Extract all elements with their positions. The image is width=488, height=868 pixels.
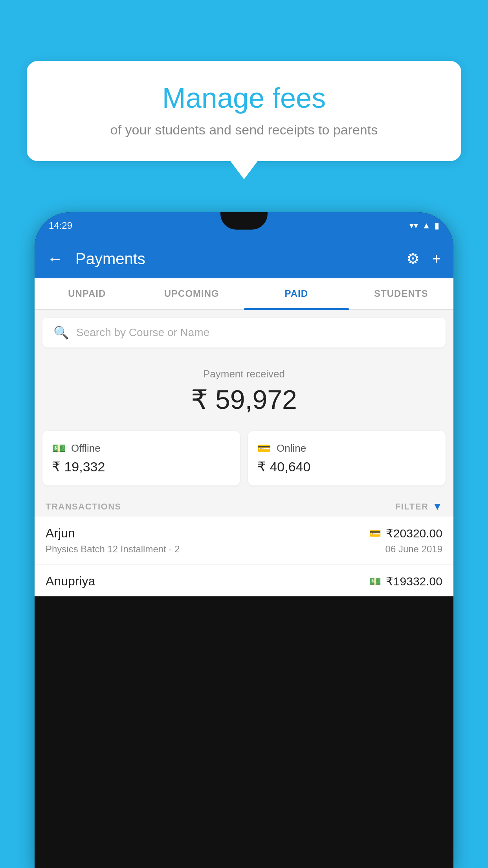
search-placeholder: Search by Course or Name: [76, 326, 209, 339]
cash-payment-icon: 💵: [369, 576, 381, 587]
transaction-date: 06 June 2019: [385, 544, 442, 555]
status-bar: 14:29 ▾▾ ▲ ▮: [35, 212, 453, 239]
tabs-bar: UNPAID UPCOMING PAID STUDENTS: [35, 278, 453, 310]
filter-section[interactable]: FILTER ▼: [395, 500, 442, 513]
transaction-right: 💳 ₹20320.00: [369, 526, 442, 540]
header-icons: ⚙ +: [406, 250, 441, 267]
transaction-name: Arjun: [46, 526, 75, 541]
search-icon: 🔍: [53, 325, 69, 340]
filter-label: FILTER: [395, 502, 428, 512]
transaction-right: 💵 ₹19332.00: [369, 574, 442, 588]
online-amount: ₹ 40,640: [257, 459, 436, 474]
tooltip-subtitle: of your students and send receipts to pa…: [50, 122, 438, 138]
tab-upcoming[interactable]: UPCOMING: [139, 278, 244, 309]
back-button[interactable]: ←: [47, 250, 63, 268]
signal-icon: ▲: [422, 221, 431, 231]
card-payment-icon: 💳: [369, 528, 381, 539]
battery-icon: ▮: [435, 221, 439, 231]
search-bar[interactable]: 🔍 Search by Course or Name: [42, 318, 446, 348]
settings-icon[interactable]: ⚙: [406, 250, 420, 267]
filter-icon: ▼: [432, 500, 442, 513]
offline-amount: ₹ 19,332: [52, 459, 231, 474]
tooltip-title: Manage fees: [50, 83, 438, 114]
cards-row: 💵 Offline ₹ 19,332 💳 Online ₹ 40,640: [42, 431, 446, 485]
transaction-course: Physics Batch 12 Installment - 2: [46, 544, 180, 555]
app-header: ← Payments ⚙ +: [35, 239, 453, 278]
tab-paid[interactable]: PAID: [244, 278, 349, 309]
wifi-icon: ▾▾: [409, 221, 418, 231]
offline-label: Offline: [71, 442, 101, 454]
payment-received-label: Payment received: [42, 368, 446, 380]
online-icon: 💳: [257, 442, 271, 455]
payment-summary: Payment received ₹ 59,972: [35, 355, 453, 423]
transaction-row[interactable]: Anupriya 💵 ₹19332.00: [35, 565, 453, 596]
transaction-amount: ₹19332.00: [386, 574, 442, 588]
tab-students[interactable]: STUDENTS: [349, 278, 454, 309]
header-title: Payments: [75, 250, 397, 268]
transactions-label: TRANSACTIONS: [46, 502, 121, 512]
offline-icon: 💵: [52, 442, 66, 455]
payment-total-amount: ₹ 59,972: [42, 384, 446, 415]
add-icon[interactable]: +: [432, 250, 441, 267]
transaction-row[interactable]: Arjun 💳 ₹20320.00 Physics Batch 12 Insta…: [35, 517, 453, 565]
transaction-name: Anupriya: [46, 574, 95, 588]
transaction-amount: ₹20320.00: [386, 526, 442, 540]
tooltip-card: Manage fees of your students and send re…: [27, 61, 461, 161]
phone-frame: 14:29 ▾▾ ▲ ▮ ← Payments ⚙ + UNPAID UPCOM…: [35, 212, 453, 868]
transactions-header: TRANSACTIONS FILTER ▼: [35, 493, 453, 517]
online-label: Online: [277, 442, 306, 454]
online-card: 💳 Online ₹ 40,640: [248, 431, 446, 485]
status-time: 14:29: [49, 220, 72, 231]
app-body: 🔍 Search by Course or Name Payment recei…: [35, 310, 453, 596]
offline-card: 💵 Offline ₹ 19,332: [42, 431, 240, 485]
status-icons: ▾▾ ▲ ▮: [409, 221, 439, 231]
notch: [220, 212, 268, 230]
tab-unpaid[interactable]: UNPAID: [35, 278, 139, 309]
